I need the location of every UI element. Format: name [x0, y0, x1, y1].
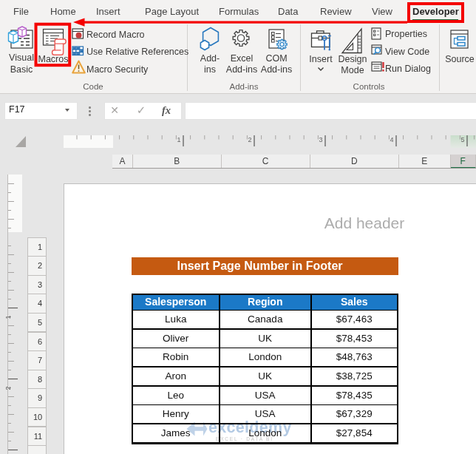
svg-text:3: 3 [319, 136, 322, 143]
svg-text:2: 2 [4, 387, 12, 390]
svg-text:4: 4 [390, 136, 393, 143]
svg-text:2: 2 [248, 136, 251, 143]
svg-text:1: 1 [4, 316, 12, 319]
svg-text:1: 1 [177, 136, 180, 143]
svg-text:5: 5 [460, 136, 464, 143]
